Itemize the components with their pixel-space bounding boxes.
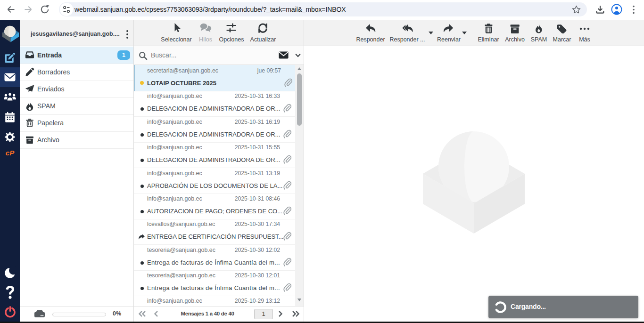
svg-text:cP: cP xyxy=(6,149,15,157)
